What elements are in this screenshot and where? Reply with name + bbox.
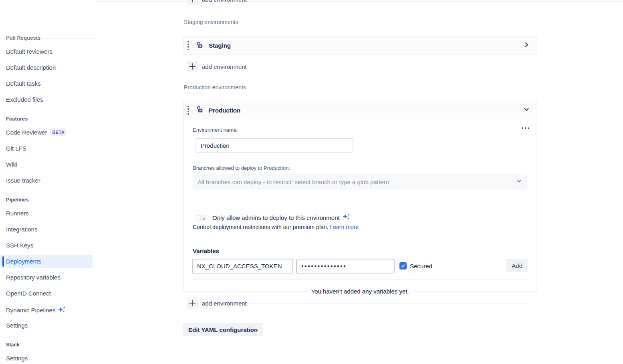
beta-badge: BETA bbox=[50, 129, 67, 136]
sidebar-item-label: Dynamic Pipelines bbox=[6, 307, 55, 314]
plus-icon bbox=[187, 298, 198, 309]
sidebar-item-openid-connect[interactable]: OpenID Connect bbox=[0, 290, 96, 296]
sidebar-item-default-reviewers[interactable]: Default reviewers bbox=[0, 48, 96, 54]
premium-sparkle-icon bbox=[342, 213, 350, 222]
sidebar-item-runners[interactable]: Runners bbox=[0, 210, 96, 216]
variable-name-input[interactable] bbox=[192, 259, 293, 274]
sidebar-item-label: Repository variables bbox=[6, 274, 60, 281]
sidebar-section-pipelines: Pipelines bbox=[0, 197, 96, 203]
environment-name-input[interactable] bbox=[196, 138, 353, 153]
sidebar-item-label: Default tasks bbox=[6, 80, 41, 87]
sidebar-item-default-tasks[interactable]: Default tasks bbox=[0, 80, 96, 86]
premium-note: Control deployment restrictions with our… bbox=[193, 224, 359, 230]
sidebar-item-slack-settings[interactable]: Settings bbox=[0, 355, 96, 361]
staging-environments-heading: Staging environments bbox=[184, 19, 238, 25]
sidebar-item-code-reviewer[interactable]: Code ReviewerBETA bbox=[0, 129, 96, 135]
drag-handle-icon[interactable] bbox=[188, 106, 189, 115]
admins-only-toggle[interactable] bbox=[196, 215, 207, 221]
environment-name-label: Environment name: bbox=[193, 127, 238, 133]
sidebar-section-features: Features bbox=[0, 116, 96, 122]
sidebar-nav: Pull Requests Default reviewers Default … bbox=[0, 35, 96, 361]
variables-empty-message: You haven't added any variables yet. bbox=[184, 288, 536, 295]
unlock-icon bbox=[196, 105, 204, 115]
secured-checkbox[interactable] bbox=[399, 262, 407, 269]
sparkle-icon bbox=[57, 306, 66, 314]
sidebar-header-divider bbox=[0, 38, 96, 38]
sidebar-item-settings[interactable]: Settings bbox=[0, 322, 96, 328]
variables-divider bbox=[192, 279, 528, 280]
branches-select[interactable]: All branches can deploy - to restrict: s… bbox=[193, 174, 527, 189]
sidebar-item-label: OpenID Connect bbox=[6, 290, 51, 297]
admins-toggle-row: Only allow admins to deploy to this envi… bbox=[196, 213, 350, 222]
section-label: Features bbox=[6, 116, 28, 122]
sidebar-item-label: Wiki bbox=[6, 161, 17, 168]
section-label: Slack bbox=[6, 342, 20, 348]
sidebar-item-default-description[interactable]: Default description bbox=[0, 64, 96, 70]
top-divider bbox=[96, 1, 623, 2]
unlock-icon bbox=[196, 41, 204, 50]
section-label: Pipelines bbox=[6, 197, 29, 203]
secured-checkbox-row: Secured bbox=[399, 262, 432, 269]
sidebar-item-label: Runners bbox=[6, 210, 29, 217]
sidebar-repo-header bbox=[0, 0, 96, 38]
staging-environment-card: Staging bbox=[183, 36, 536, 54]
environment-name: Production bbox=[209, 107, 240, 114]
add-environment-label: add environment bbox=[202, 0, 247, 3]
staging-card-header[interactable]: Staging bbox=[184, 36, 536, 54]
add-environment-label: add environment bbox=[202, 63, 247, 70]
add-environment-button-staging[interactable]: add environment bbox=[187, 61, 247, 72]
chevron-right-icon[interactable] bbox=[523, 41, 530, 50]
sidebar-item-label: Excluded files bbox=[6, 96, 43, 103]
add-environment-button-production[interactable]: add environment bbox=[187, 298, 247, 309]
drag-handle-icon[interactable] bbox=[188, 41, 189, 50]
sidebar-item-label: Settings bbox=[6, 322, 28, 329]
more-options-icon[interactable] bbox=[520, 126, 531, 131]
add-variable-button[interactable]: Add bbox=[506, 259, 528, 272]
variable-value-input[interactable] bbox=[296, 259, 395, 274]
check-icon bbox=[401, 263, 405, 268]
sidebar-item-label: Issue tracker bbox=[6, 177, 40, 184]
sidebar-item-ssh-keys[interactable]: SSH Keys bbox=[0, 242, 96, 248]
sidebar-item-label: Integrations bbox=[6, 226, 37, 233]
plus-icon bbox=[187, 0, 198, 5]
sidebar-item-label: Default reviewers bbox=[6, 48, 52, 55]
sidebar-item-excluded-files[interactable]: Excluded files bbox=[0, 97, 96, 103]
section-divider bbox=[184, 240, 536, 240]
learn-more-link[interactable]: Learn more bbox=[330, 224, 359, 230]
sidebar-item-dynamic-pipelines[interactable]: Dynamic Pipelines bbox=[0, 306, 96, 312]
branches-select-placeholder: All branches can deploy - to restrict: s… bbox=[198, 179, 516, 185]
add-environment-button-top[interactable]: add environment bbox=[187, 0, 247, 5]
sidebar-item-integrations[interactable]: Integrations bbox=[0, 226, 96, 232]
sidebar-item-label: Default description bbox=[6, 64, 56, 71]
edit-yaml-configuration-button[interactable]: Edit YAML configuration bbox=[183, 323, 263, 336]
admins-toggle-label: Only allow admins to deploy to this envi… bbox=[212, 214, 340, 221]
variables-heading: Variables bbox=[193, 247, 219, 254]
sidebar-item-label: Settings bbox=[6, 355, 28, 362]
add-environment-label: add environment bbox=[202, 300, 247, 307]
production-environments-heading: Production environments bbox=[184, 84, 246, 90]
sidebar-item-wiki[interactable]: Wiki bbox=[0, 161, 96, 167]
toggle-cross-icon bbox=[202, 215, 206, 222]
production-environment-card: Production Environment name: Branches al… bbox=[183, 101, 536, 291]
sidebar-item-repository-variables[interactable]: Repository variables bbox=[0, 274, 96, 280]
environment-name: Staging bbox=[209, 42, 231, 49]
branches-label: Branches allowed to deploy to Production… bbox=[193, 165, 290, 171]
sidebar-item-issue-tracker[interactable]: Issue tracker bbox=[0, 177, 96, 183]
sidebar-item-git-lfs[interactable]: Git LFS bbox=[0, 145, 96, 151]
sidebar: Pull Requests Default reviewers Default … bbox=[0, 0, 96, 364]
production-card-header[interactable]: Production bbox=[184, 101, 536, 119]
sidebar-section-slack: Slack bbox=[0, 342, 96, 348]
premium-note-text: Control deployment restrictions with our… bbox=[193, 224, 328, 230]
sidebar-item-label: Code Reviewer bbox=[6, 129, 47, 136]
sidebar-item-label: Deployments bbox=[6, 258, 41, 265]
sidebar-item-label: Git LFS bbox=[6, 145, 26, 152]
chevron-down-icon[interactable] bbox=[523, 106, 530, 115]
sidebar-item-deployments[interactable]: Deployments bbox=[0, 258, 96, 264]
select-chevron-down-icon bbox=[516, 178, 522, 186]
toggle-knob bbox=[196, 215, 201, 220]
sidebar-item-label: SSH Keys bbox=[6, 242, 33, 249]
secured-label: Secured bbox=[410, 263, 432, 269]
main-content: add environment Staging environments Sta… bbox=[96, 0, 623, 364]
plus-icon bbox=[187, 61, 198, 72]
